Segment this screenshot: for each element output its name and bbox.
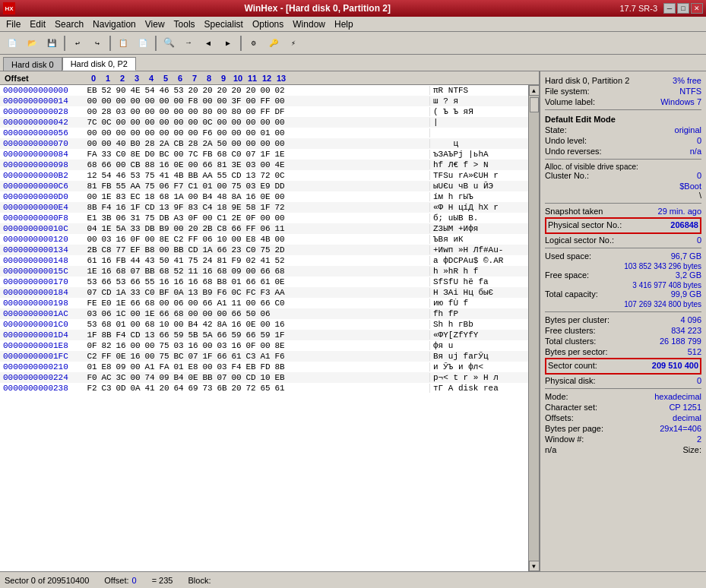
snapshot-label: Snapshot taken <box>545 207 603 216</box>
table-row: 0000000000198 FEE01E666800060066A1110066… <box>0 298 528 308</box>
row-ascii: ЪВя иК <box>429 235 528 244</box>
row-address: 0000000000000 <box>0 86 84 95</box>
row-hex-bytes: 7C0C0000000000000C0000000000 <box>84 118 429 127</box>
row-hex-bytes: 041E5A33DBB900202BC866FF0611 <box>84 224 429 233</box>
menu-file[interactable]: File <box>2 17 25 31</box>
tb-nav-back[interactable]: ◀ <box>199 34 217 52</box>
tb-search[interactable]: 🔍 <box>160 34 178 52</box>
menu-tools[interactable]: Tools <box>169 17 200 31</box>
row-ascii: ц <box>429 139 528 148</box>
hex-scrollbar[interactable]: ▲ ▼ <box>528 85 539 571</box>
titlebar: HX WinHex - [Hard disk 0, Partition 2] 1… <box>0 0 706 17</box>
row-ascii: ш ? я <box>429 96 528 106</box>
tab-hard-disk-0-p2[interactable]: Hard disk 0, P2 <box>62 57 136 71</box>
table-row: 0000000000120 0003160F008EC2FF061000E84B… <box>0 234 528 245</box>
col-6: 6 <box>173 74 187 83</box>
row-hex-bytes: 03061C001E6668000000665006 <box>84 309 429 318</box>
vol-value: Windows 7 <box>660 97 701 106</box>
tb-undo[interactable]: ↩ <box>68 34 87 52</box>
row-address: 0000000000014 <box>0 96 84 106</box>
row-hex-bytes: 0F821600007503160003160F008E <box>84 341 429 350</box>
row-address: 0000000000028 <box>0 107 84 116</box>
row-hex-bytes: 81FB55AA7506F7C101007503E9DD <box>84 182 429 191</box>
scroll-down-button[interactable]: ▼ <box>529 561 540 571</box>
table-row: 00000000001D4 1F8BF4CD1366595B5A66596659… <box>0 330 528 340</box>
tab-hard-disk-0[interactable]: Hard disk 0 <box>3 57 62 71</box>
menu-search[interactable]: Search <box>50 17 88 31</box>
menu-options[interactable]: Options <box>248 17 288 31</box>
row-hex-bytes: F2C30D0A41206469736B20726561 <box>84 384 429 393</box>
titlebar-left: HX <box>3 2 15 14</box>
scroll-track[interactable] <box>529 96 540 561</box>
tb-paste[interactable]: 📄 <box>134 34 152 52</box>
row-ascii: fh fP <box>429 309 528 318</box>
row-ascii: б; uЫВ B. <box>429 213 528 223</box>
bps-label: Bytes per sector: <box>545 347 608 356</box>
row-ascii: фя u <box>429 341 528 350</box>
tb-save[interactable]: 💾 <box>43 34 61 52</box>
state-row: State: original <box>545 125 701 134</box>
equals-section: = 235 <box>152 576 173 585</box>
version-label: 17.7 SR-3 <box>619 4 657 13</box>
hex-content-area: 0000000000000 EB52904E544653202020202000… <box>0 85 539 571</box>
tb-tool5[interactable]: ⚙ <box>245 34 263 52</box>
table-row: 0000000000070 000040B0282ACB282A50000000… <box>0 138 528 149</box>
tb-tool7[interactable]: ⚡ <box>284 34 302 52</box>
divider-5 <box>545 311 701 312</box>
row-ascii: Вя uj faгЎц <box>429 352 528 361</box>
row-address: 0000000000134 <box>0 245 84 254</box>
menu-navigation[interactable]: Navigation <box>88 17 141 31</box>
row-hex-bytes: 686600CB88160E0066813E03004E <box>84 160 429 169</box>
row-ascii <box>429 128 528 138</box>
maximize-button[interactable]: □ <box>677 3 689 14</box>
row-hex-bytes: 536653665516161668B80166610E <box>84 277 429 286</box>
row-hex-bytes: 53680100681000B4428A160E0016 <box>84 320 429 329</box>
table-row: 00000000000B2 1254465375414BBBAA55CD1372… <box>0 170 528 181</box>
total-clusters-row: Total clusters: 26 188 799 <box>545 337 701 346</box>
bytes-cluster-row: Bytes per cluster: 4 096 <box>545 315 701 324</box>
titlebar-title: WinHex - [Hard disk 0, Partition 2] <box>15 3 619 14</box>
tb-tool6[interactable]: 🔑 <box>264 34 283 52</box>
row-hex-bytes: 00000000000000F800003F00FF00 <box>84 96 429 106</box>
close-button[interactable]: ✕ <box>691 3 703 14</box>
app-logo: HX <box>3 2 15 14</box>
tb-new[interactable]: 📄 <box>3 34 21 52</box>
fs-label: File system: <box>545 87 590 96</box>
minimize-button[interactable]: ─ <box>663 3 676 14</box>
state-label: State: <box>545 125 567 134</box>
filesystem-row: File system: NTFS <box>545 87 701 96</box>
table-row: 0000000000000 EB52904E544653202020202000… <box>0 85 528 96</box>
row-hex-bytes: E13B063175DBA30F00C12E0F0000 <box>84 213 429 223</box>
row-hex-bytes: 002803000000000080008000FFDF <box>84 107 429 116</box>
tb-open[interactable]: 📂 <box>23 34 41 52</box>
row-ascii: Z3ЫМ +Ифя <box>429 224 528 233</box>
scroll-thumb[interactable] <box>530 97 539 112</box>
tb-goto[interactable]: → <box>179 34 198 52</box>
menu-window[interactable]: Window <box>288 17 330 31</box>
hex-rows[interactable]: 0000000000000 EB52904E544653202020202000… <box>0 85 528 571</box>
row-ascii: ( Ъ Ъ яЯ <box>429 107 528 116</box>
undo-level-value: 0 <box>697 136 701 145</box>
backslash: \ <box>545 191 701 200</box>
table-row: 0000000000170 536653665516161668B8016661… <box>0 277 528 287</box>
total-cap-value: 99,9 GB <box>671 289 701 299</box>
tb-redo[interactable]: ↪ <box>88 34 106 52</box>
row-ascii: тГ A disk rea <box>429 384 528 393</box>
bpc-value: 4 096 <box>680 315 701 324</box>
tb-nav-fwd[interactable]: ▶ <box>219 34 237 52</box>
menu-view[interactable]: View <box>141 17 169 31</box>
total-cap-label: Total capacity: <box>545 289 598 299</box>
off-label: Offsets: <box>545 413 574 422</box>
menu-specialist[interactable]: Specialist <box>200 17 248 31</box>
menu-edit[interactable]: Edit <box>25 17 50 31</box>
bytes-sector-row: Bytes per sector: 512 <box>545 347 701 356</box>
menu-help[interactable]: Help <box>330 17 358 31</box>
col-3: 3 <box>130 74 144 83</box>
scroll-up-button[interactable]: ▲ <box>529 85 540 96</box>
free-space-value: 3,2 GB <box>676 270 701 280</box>
tb-copy[interactable]: 📋 <box>114 34 132 52</box>
alloc-label: Alloc. of visible drive space: <box>545 163 701 171</box>
row-ascii: SfSfU hё fa <box>429 277 528 286</box>
divider-6 <box>545 388 701 389</box>
bpp-value: 29x14=406 <box>660 424 701 433</box>
